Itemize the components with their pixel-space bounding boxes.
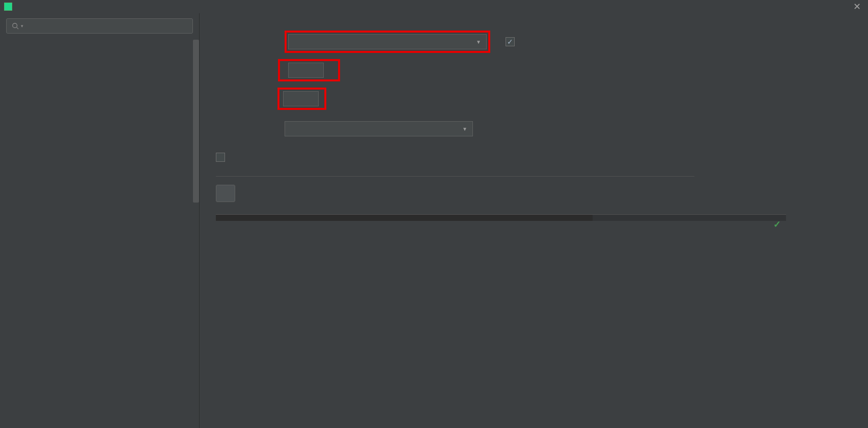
check-icon: ✓ — [773, 219, 781, 230]
fallback-select[interactable]: ▼ — [285, 121, 473, 136]
search-icon — [12, 22, 19, 30]
chevron-down-icon: ▼ — [462, 126, 467, 132]
main-panel: ▼ — [200, 13, 868, 428]
spacing-highlight — [277, 88, 326, 110]
sidebar: ▾ — [0, 13, 200, 428]
app-icon — [4, 3, 12, 11]
preview-code — [216, 215, 593, 221]
font-select[interactable]: ▼ — [288, 34, 487, 49]
font-highlight: ▼ — [285, 31, 490, 53]
monospace-checkbox[interactable] — [506, 37, 515, 46]
titlebar: ✕ — [0, 0, 868, 13]
font-preview: ✓ — [216, 214, 786, 221]
preview-side-panel: ✓ — [593, 215, 786, 221]
divider — [216, 176, 694, 177]
size-highlight — [278, 59, 340, 81]
settings-tree — [0, 38, 199, 428]
svg-line-1 — [17, 27, 19, 30]
svg-point-0 — [13, 23, 17, 28]
chevron-down-icon: ▼ — [476, 39, 481, 45]
scrollbar-thumb[interactable] — [193, 40, 199, 203]
size-input[interactable] — [288, 63, 324, 78]
chevron-down-icon: ▾ — [21, 23, 23, 28]
ligatures-checkbox[interactable] — [216, 153, 225, 162]
restore-defaults-button[interactable] — [216, 185, 235, 202]
spacing-input[interactable] — [283, 91, 319, 106]
settings-search-input[interactable]: ▾ — [6, 18, 193, 34]
close-button[interactable]: ✕ — [850, 1, 864, 12]
